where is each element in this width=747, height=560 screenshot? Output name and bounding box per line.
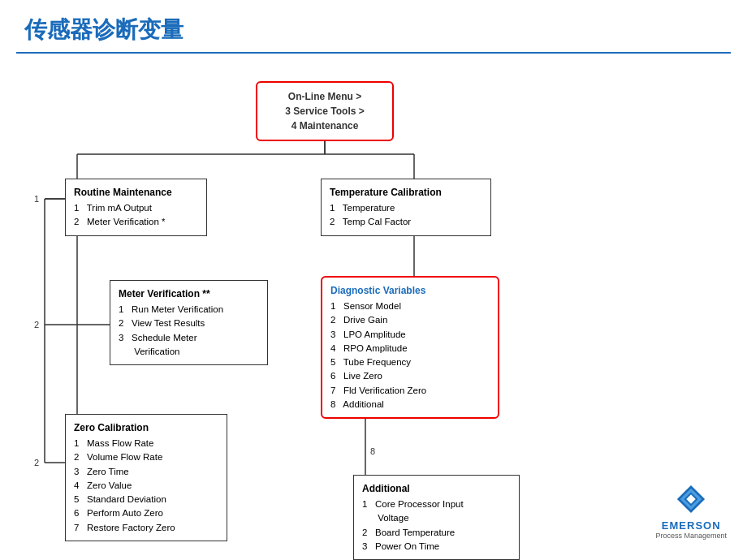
page-title: 传感器诊断变量 <box>0 0 747 52</box>
routine-item-2: 2 Meter Verification * <box>74 215 198 229</box>
diag-item-8: 8 Additional <box>330 398 490 411</box>
diag-title: Diagnostic Variables <box>330 283 490 298</box>
zero-cal-item-2: 2 Volume Flow Rate <box>74 450 218 464</box>
additional-item-2: 2 Board Temperature <box>362 526 511 540</box>
meter-verification-box: Meter Verification ** 1 Run Meter Verifi… <box>110 280 268 365</box>
routine-title: Routine Maintenance <box>74 185 198 200</box>
zero-cal-item-7: 7 Restore Factory Zero <box>74 521 218 535</box>
diag-item-1: 1 Sensor Model <box>330 299 490 313</box>
temp-cal-box: Temperature Calibration 1 Temperature 2 … <box>321 179 491 236</box>
diag-item-2: 2 Drive Gain <box>330 313 490 327</box>
diag-item-6: 6 Live Zero <box>330 369 490 383</box>
temp-cal-item-1: 1 Temperature <box>330 201 482 215</box>
root-line3: 4 Maintenance <box>291 120 359 131</box>
zero-cal-item-5: 5 Standard Deviation <box>74 493 218 506</box>
svg-text:2: 2 <box>34 458 39 467</box>
additional-title: Additional <box>362 481 511 496</box>
zero-cal-item-6: 6 Perform Auto Zero <box>74 506 218 520</box>
additional-item-1: 1 Core Processor Input Voltage <box>362 498 511 526</box>
root-menu-box: On-Line Menu > 3 Service Tools > 4 Maint… <box>256 81 394 141</box>
emerson-logo: EMERSON Process Management <box>655 484 727 540</box>
meter-verif-item-3: 3 Schedule Meter Verification <box>119 331 259 360</box>
diag-item-3: 3 LPO Amplitude <box>330 328 490 342</box>
root-line1: On-Line Menu > <box>288 91 361 102</box>
temp-cal-title: Temperature Calibration <box>330 185 482 200</box>
diag-item-7: 7 Fld Verification Zero <box>330 384 490 398</box>
svg-text:1: 1 <box>34 194 39 204</box>
diagnostic-variables-box: Diagnostic Variables 1 Sensor Model 2 Dr… <box>321 276 499 419</box>
page: 传感器诊断变量 1 2 2 <box>0 0 747 560</box>
title-divider <box>16 52 731 54</box>
emerson-name: EMERSON <box>655 519 727 532</box>
emerson-subtitle: Process Management <box>655 532 727 540</box>
svg-text:8: 8 <box>370 446 375 456</box>
emerson-logo-icon <box>676 484 706 515</box>
zero-cal-item-1: 1 Mass Flow Rate <box>74 437 218 450</box>
zero-cal-title: Zero Calibration <box>74 420 218 435</box>
routine-maintenance-box: Routine Maintenance 1 Trim mA Output 2 M… <box>65 179 207 236</box>
routine-item-1: 1 Trim mA Output <box>74 201 198 215</box>
diag-item-5: 5 Tube Frequency <box>330 355 490 369</box>
meter-verif-title: Meter Verification ** <box>119 286 259 301</box>
zero-calibration-box: Zero Calibration 1 Mass Flow Rate 2 Volu… <box>65 414 227 541</box>
additional-box: Additional 1 Core Processor Input Voltag… <box>353 475 520 560</box>
meter-verif-item-1: 1 Run Meter Verification <box>119 303 259 317</box>
root-line2: 3 Service Tools > <box>285 106 365 117</box>
diagram-area: 1 2 2 4 5 <box>16 73 731 544</box>
meter-verif-item-2: 2 View Test Results <box>119 317 259 330</box>
diag-item-4: 4 RPO Amplitude <box>330 342 490 355</box>
svg-text:2: 2 <box>34 320 39 330</box>
zero-cal-item-3: 3 Zero Time <box>74 465 218 479</box>
additional-item-3: 3 Power On Time <box>362 540 511 554</box>
temp-cal-item-2: 2 Temp Cal Factor <box>330 215 482 229</box>
zero-cal-item-4: 4 Zero Value <box>74 479 218 493</box>
